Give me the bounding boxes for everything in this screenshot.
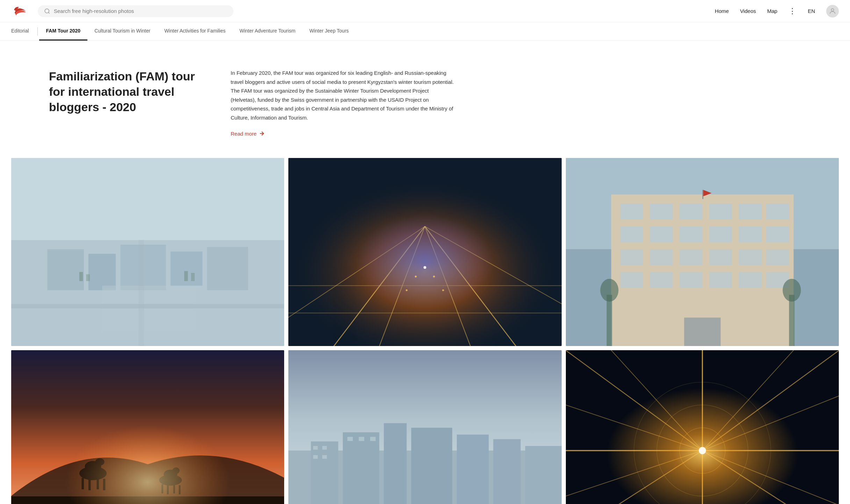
svg-rect-94 <box>494 439 521 504</box>
svg-rect-48 <box>739 226 762 242</box>
svg-rect-11 <box>207 247 248 290</box>
svg-rect-49 <box>766 226 789 242</box>
svg-point-33 <box>406 289 408 291</box>
hero-content: In February 2020, the FAM tour was organ… <box>231 69 454 137</box>
svg-rect-16 <box>191 273 195 281</box>
svg-rect-14 <box>86 274 90 281</box>
sec-nav-fam-tour[interactable]: FAM Tour 2020 <box>39 22 88 41</box>
svg-point-32 <box>433 275 435 277</box>
svg-rect-85 <box>11 350 284 504</box>
svg-point-3 <box>831 8 834 11</box>
svg-point-30 <box>424 266 426 269</box>
sec-nav-winter-jeep[interactable]: Winter Jeep Tours <box>302 22 356 41</box>
nav-map[interactable]: Map <box>767 8 777 14</box>
read-more-text: Read more <box>231 131 257 137</box>
svg-rect-39 <box>650 203 672 219</box>
svg-rect-98 <box>313 455 318 459</box>
svg-point-122 <box>699 447 706 454</box>
photo-city-day[interactable] <box>11 158 284 346</box>
photo-sunset-horses[interactable] <box>11 350 284 504</box>
svg-rect-96 <box>313 446 318 449</box>
svg-point-31 <box>415 275 417 277</box>
sec-nav-winter-activities[interactable]: Winter Activities for Families <box>157 22 232 41</box>
svg-rect-101 <box>359 437 365 441</box>
svg-rect-60 <box>739 272 762 288</box>
svg-rect-18 <box>139 240 144 346</box>
svg-rect-43 <box>766 203 789 219</box>
svg-rect-29 <box>288 158 561 346</box>
svg-rect-56 <box>620 272 643 288</box>
svg-rect-89 <box>311 441 338 504</box>
svg-rect-59 <box>709 272 732 288</box>
svg-rect-62 <box>684 317 720 346</box>
nav-more-icon[interactable]: ⋮ <box>788 7 797 16</box>
svg-rect-17 <box>11 304 284 308</box>
svg-rect-46 <box>679 226 702 242</box>
photo-city-night[interactable] <box>288 158 561 346</box>
photo-building[interactable] <box>566 158 839 346</box>
svg-rect-99 <box>322 455 327 459</box>
svg-rect-13 <box>79 272 83 281</box>
search-bar[interactable] <box>38 5 233 17</box>
person-icon <box>829 7 836 15</box>
svg-rect-53 <box>709 249 732 265</box>
secondary-nav: Editorial FAM Tour 2020 Cultural Tourism… <box>0 22 850 41</box>
svg-rect-58 <box>679 272 702 288</box>
svg-rect-90 <box>343 432 379 504</box>
svg-rect-52 <box>679 249 702 265</box>
read-more-link[interactable]: Read more <box>231 130 265 137</box>
svg-rect-102 <box>370 437 376 441</box>
svg-rect-15 <box>184 271 188 281</box>
header: Home Videos Map ⋮ EN <box>0 0 850 22</box>
svg-rect-91 <box>384 423 407 504</box>
main-nav: Home Videos Map ⋮ EN <box>715 5 839 17</box>
svg-rect-95 <box>525 446 562 504</box>
svg-rect-121 <box>566 350 839 504</box>
nav-videos[interactable]: Videos <box>740 8 756 14</box>
search-icon <box>44 8 50 14</box>
svg-rect-93 <box>457 435 489 504</box>
svg-rect-100 <box>347 437 353 441</box>
svg-rect-65 <box>789 295 794 346</box>
nav-divider <box>37 27 38 36</box>
svg-rect-45 <box>650 226 672 242</box>
svg-rect-44 <box>620 226 643 242</box>
svg-rect-8 <box>88 253 116 290</box>
search-input[interactable] <box>54 8 227 14</box>
svg-rect-51 <box>650 249 672 265</box>
sec-nav-winter-adventure[interactable]: Winter Adventure Tourism <box>232 22 302 41</box>
svg-rect-92 <box>411 428 452 504</box>
svg-rect-97 <box>322 446 327 449</box>
svg-line-2 <box>48 12 49 13</box>
svg-point-66 <box>783 279 801 301</box>
arrow-right-icon <box>259 130 265 137</box>
photo-city-skyline[interactable] <box>288 350 561 504</box>
svg-rect-42 <box>739 203 762 219</box>
language-selector[interactable]: EN <box>808 8 815 14</box>
svg-point-34 <box>442 289 444 291</box>
photo-star-pattern[interactable] <box>566 350 839 504</box>
hero-section: Familiarization (FAM) tour for internati… <box>0 41 489 158</box>
svg-point-1 <box>45 9 49 13</box>
svg-rect-47 <box>709 226 732 242</box>
svg-rect-38 <box>620 203 643 219</box>
user-avatar[interactable] <box>826 5 839 17</box>
hero-description: In February 2020, the FAM tour was organ… <box>231 69 454 122</box>
photo-grid <box>0 158 850 504</box>
svg-rect-40 <box>679 203 702 219</box>
svg-rect-7 <box>48 249 84 290</box>
sec-nav-editorial[interactable]: Editorial <box>11 22 36 41</box>
svg-rect-41 <box>709 203 732 219</box>
svg-rect-63 <box>606 295 612 346</box>
svg-rect-67 <box>702 190 703 199</box>
hero-title: Familiarization (FAM) tour for internati… <box>49 69 203 115</box>
logo[interactable] <box>11 2 29 20</box>
sec-nav-cultural[interactable]: Cultural Tourism in Winter <box>87 22 157 41</box>
nav-home[interactable]: Home <box>715 8 729 14</box>
svg-rect-55 <box>766 249 789 265</box>
svg-rect-50 <box>620 249 643 265</box>
svg-point-64 <box>600 279 618 301</box>
svg-rect-57 <box>650 272 672 288</box>
svg-rect-54 <box>739 249 762 265</box>
